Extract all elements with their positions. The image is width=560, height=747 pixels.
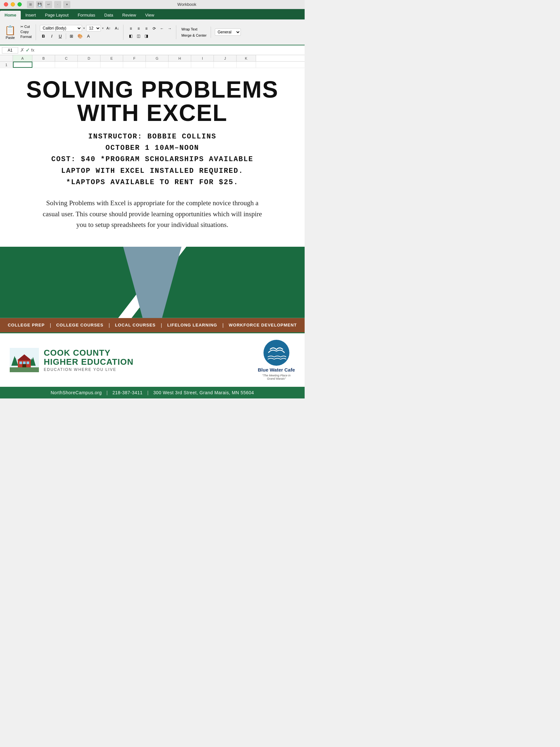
cell-k1[interactable] [237, 61, 256, 68]
tab-home[interactable]: Home [0, 11, 21, 20]
cell-b1[interactable] [32, 61, 55, 68]
align-left-button[interactable]: ◧ [127, 33, 134, 39]
cell-d1[interactable] [78, 61, 101, 68]
cell-i1[interactable] [191, 61, 214, 68]
border-button[interactable]: ⊞ [68, 33, 75, 40]
merge-center-button[interactable]: Merge & Center [180, 33, 208, 38]
nav-sep-2: | [109, 323, 110, 328]
formula-confirm-icon[interactable]: ✓ [26, 47, 30, 53]
address-bar: NorthShoreCampus.org | 218-387-3411 | 30… [0, 387, 304, 398]
col-header-g[interactable]: G [146, 55, 168, 61]
table-row: 1 [0, 61, 304, 68]
wrap-text-button[interactable]: Wrap Text [180, 27, 208, 32]
number-format-select[interactable]: General [215, 28, 241, 36]
tab-review[interactable]: Review [118, 11, 141, 20]
nav-sep-4: | [222, 323, 223, 328]
font-family-select[interactable]: Calibri (Body) [40, 25, 82, 31]
decrease-font-button[interactable]: A↓ [113, 25, 121, 32]
address-sep-1: | [106, 390, 108, 395]
cell-g1[interactable] [146, 61, 168, 68]
copy-button[interactable]: Copy [19, 29, 33, 34]
undo-icon[interactable]: ↩ [45, 1, 52, 8]
col-header-f[interactable]: F [123, 55, 146, 61]
align-right-button[interactable]: ◨ [143, 33, 150, 39]
col-header-a[interactable]: A [13, 55, 32, 61]
indent-left-button[interactable]: ← [158, 25, 166, 32]
close-button[interactable] [4, 2, 8, 6]
footer-logo-left: COOK COUNTY HIGHER EDUCATION EDUCATION W… [10, 348, 134, 372]
font-group: Calibri (Body) ▾ 12 ▾ A↑ A↓ B I U ⊞ 🎨 A [37, 25, 124, 40]
nav-item-lifelong-learning: LIFELONG LEARNING [167, 323, 217, 328]
fill-color-button[interactable]: 🎨 [77, 33, 84, 40]
cell-reference-input[interactable]: A1 [2, 47, 18, 53]
cell-e1[interactable] [101, 61, 123, 68]
cost-line: COST: $40 *PROGRAM SCHOLARSHIPS AVAILABL… [16, 154, 288, 165]
row-header-1[interactable]: 1 [0, 61, 13, 68]
toolbar-icons: ⊞ 💾 ↩ · ▾ [27, 1, 70, 8]
cut-button[interactable]: ✂ Cut [19, 24, 33, 29]
maximize-button[interactable] [18, 2, 22, 6]
paste-button[interactable]: 📋 Paste [3, 24, 18, 40]
svg-rect-9 [23, 361, 26, 364]
col-header-c[interactable]: C [55, 55, 78, 61]
tab-formulas[interactable]: Formulas [73, 11, 100, 20]
col-header-i[interactable]: I [191, 55, 214, 61]
laptop-line: LAPTOP WITH EXCEL INSTALLED REQUIRED. [16, 165, 288, 177]
tab-view[interactable]: View [141, 11, 159, 20]
cell-f1[interactable] [123, 61, 146, 68]
save-icon[interactable]: 💾 [36, 1, 43, 8]
instructor-line: INSTRUCTOR: BOBBIE COLLINS [16, 131, 288, 142]
more-icon[interactable]: ▾ [63, 1, 70, 8]
cell-a1[interactable] [13, 61, 32, 68]
col-header-d[interactable]: D [78, 55, 101, 61]
formula-input[interactable] [36, 48, 303, 53]
svg-rect-8 [20, 361, 22, 364]
font-name-row: Calibri (Body) ▾ 12 ▾ A↑ A↓ [40, 25, 121, 32]
address-sep-2: | [148, 390, 149, 395]
bottom-nav: COLLEGE PREP | COLLEGE COURSES | LOCAL C… [6, 323, 298, 328]
flyer-area: SOLVING PROBLEMS WITH EXCEL INSTRUCTOR: … [0, 68, 304, 398]
flyer-details: INSTRUCTOR: BOBBIE COLLINS OCTOBER 1 10A… [16, 131, 288, 188]
cell-h1[interactable] [168, 61, 191, 68]
paste-label: Paste [5, 36, 15, 40]
col-header-k[interactable]: K [237, 55, 256, 61]
formula-cancel-icon[interactable]: ✗ [20, 47, 24, 53]
orient-button[interactable]: ⟳ [151, 25, 158, 32]
col-header-b[interactable]: B [32, 55, 55, 61]
address-text: NorthShoreCampus.org | 218-387-3411 | 30… [6, 390, 298, 395]
cell-j1[interactable] [214, 61, 237, 68]
svg-rect-12 [10, 367, 39, 372]
col-header-j[interactable]: J [214, 55, 237, 61]
col-header-h[interactable]: H [168, 55, 191, 61]
sidebar-toggle-icon[interactable]: ⊞ [27, 1, 34, 8]
indent-right-button[interactable]: → [166, 25, 174, 32]
format-button[interactable]: Format [19, 34, 33, 39]
organization-logo [10, 348, 39, 372]
org-name-line1: COOK COUNTY [44, 348, 134, 358]
spreadsheet-rows: 1 [0, 61, 304, 68]
align-top-right-button[interactable]: ≡ [143, 25, 150, 32]
minimize-button[interactable] [11, 2, 15, 6]
cell-c1[interactable] [55, 61, 78, 68]
tab-insert[interactable]: Insert [21, 11, 41, 20]
italic-button[interactable]: I [48, 33, 55, 40]
font-style-row: B I U ⊞ 🎨 A [40, 33, 121, 40]
bold-button[interactable]: B [40, 33, 47, 40]
flyer-title-line1: SOLVING PROBLEMS [16, 78, 288, 101]
underline-button[interactable]: U [57, 33, 64, 40]
tab-data[interactable]: Data [100, 11, 118, 20]
redo-icon[interactable]: · [54, 1, 61, 8]
tab-page-layout[interactable]: Page Layout [41, 11, 73, 20]
fx-icon[interactable]: fx [31, 48, 34, 53]
font-dropdown-arrow: ▾ [83, 27, 85, 30]
nav-sep-1: | [50, 323, 51, 328]
align-center-button[interactable]: ◫ [135, 33, 142, 39]
col-header-e[interactable]: E [101, 55, 123, 61]
align-top-center-button[interactable]: ≡ [135, 25, 142, 32]
font-size-select[interactable]: 12 [86, 25, 101, 31]
increase-font-button[interactable]: A↑ [105, 25, 112, 32]
font-color-button[interactable]: A [85, 33, 92, 40]
flyer-main: SOLVING PROBLEMS WITH EXCEL INSTRUCTOR: … [0, 68, 304, 247]
corner-cell [0, 55, 13, 61]
align-top-left-button[interactable]: ≡ [127, 25, 134, 32]
